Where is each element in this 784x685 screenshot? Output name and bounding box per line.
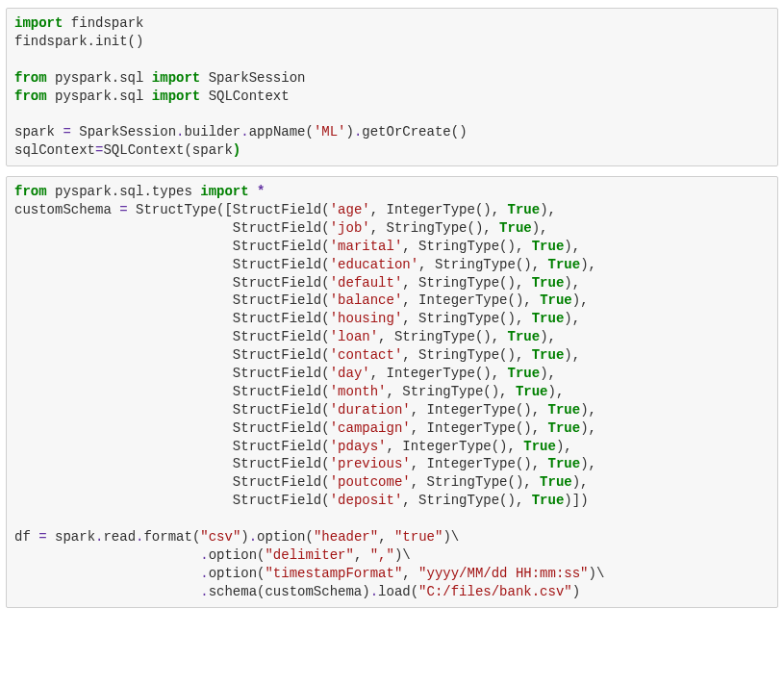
- code-cell-2: from pyspark.sql.types import * customSc…: [6, 176, 778, 607]
- code-cell-1: import findspark findspark.init() from p…: [6, 8, 778, 166]
